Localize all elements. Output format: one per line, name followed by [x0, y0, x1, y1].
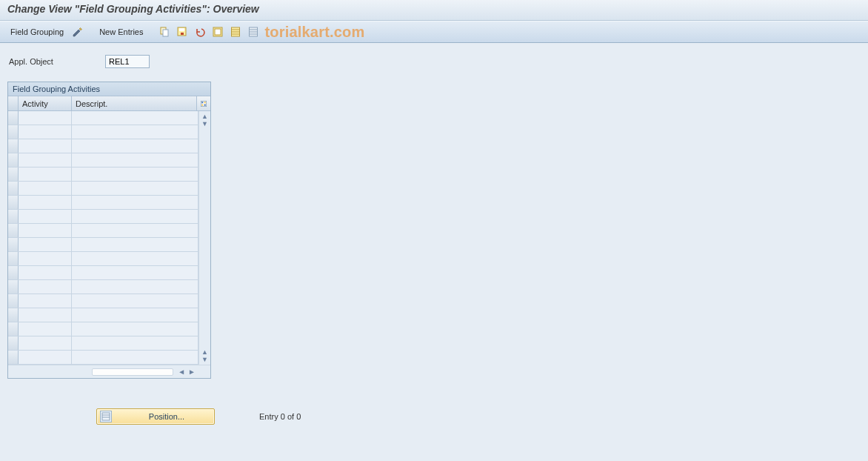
table-row[interactable] [8, 210, 198, 224]
row-selector[interactable] [8, 139, 19, 153]
table-row[interactable] [8, 168, 198, 182]
cell-activity[interactable] [19, 280, 72, 293]
edit-icon[interactable] [71, 25, 84, 39]
col-selector[interactable] [8, 96, 19, 110]
cell-descript[interactable] [72, 125, 198, 139]
cell-descript[interactable] [72, 168, 198, 181]
cell-descript[interactable] [72, 336, 198, 350]
cell-descript[interactable] [72, 196, 198, 209]
row-selector[interactable] [8, 351, 19, 364]
cell-activity[interactable] [19, 153, 72, 167]
table-row[interactable] [8, 322, 198, 336]
cell-activity[interactable] [19, 252, 72, 265]
col-activity[interactable]: Activity [19, 96, 72, 110]
row-selector[interactable] [8, 266, 19, 279]
cell-activity[interactable] [19, 294, 72, 308]
cell-descript[interactable] [72, 210, 198, 223]
undo-icon[interactable] [193, 25, 207, 39]
cell-descript[interactable] [72, 351, 198, 364]
row-selector[interactable] [8, 153, 19, 167]
row-selector[interactable] [8, 111, 19, 125]
table-row[interactable] [8, 196, 198, 210]
copy-icon[interactable] [158, 25, 171, 39]
table-row[interactable] [8, 182, 198, 196]
cell-descript[interactable] [72, 308, 198, 322]
cell-descript[interactable] [72, 224, 198, 237]
table-row[interactable] [8, 294, 198, 308]
cell-descript[interactable] [72, 182, 198, 195]
col-descript[interactable]: Descript. [72, 96, 197, 110]
cell-activity[interactable] [19, 168, 72, 181]
select-all-icon[interactable] [211, 25, 224, 39]
table-row[interactable] [8, 153, 198, 168]
cell-activity[interactable] [19, 210, 72, 223]
row-selector[interactable] [8, 196, 19, 209]
row-selector[interactable] [8, 224, 19, 237]
cell-activity[interactable] [19, 351, 72, 364]
svg-rect-1 [163, 30, 168, 36]
cell-activity[interactable] [19, 111, 72, 125]
table-row[interactable] [8, 266, 198, 280]
cell-descript[interactable] [72, 238, 198, 251]
cell-activity[interactable] [19, 336, 72, 350]
table-row[interactable] [8, 238, 198, 252]
vertical-scrollbar[interactable]: ▲ ▼ ▲ ▼ [198, 111, 210, 365]
appl-object-field[interactable] [105, 55, 150, 68]
row-selector[interactable] [8, 238, 19, 251]
sheet2-icon[interactable] [247, 25, 260, 39]
table-row[interactable] [8, 224, 198, 238]
cell-activity[interactable] [19, 125, 72, 139]
scroll-up-icon[interactable]: ▲ [201, 113, 210, 120]
table-header: Activity Descript. [8, 96, 210, 111]
save-variant-icon[interactable] [176, 25, 189, 39]
row-selector[interactable] [8, 308, 19, 322]
cell-activity[interactable] [19, 182, 72, 195]
cell-activity[interactable] [19, 308, 72, 322]
position-button[interactable]: Position... [96, 408, 215, 425]
table-row[interactable] [8, 308, 198, 322]
row-selector[interactable] [8, 168, 19, 181]
cell-activity[interactable] [19, 238, 72, 251]
table-row[interactable] [8, 139, 198, 153]
table-row[interactable] [8, 336, 198, 351]
hscroll-track[interactable] [92, 368, 173, 376]
cell-activity[interactable] [19, 196, 72, 209]
table-row[interactable] [8, 125, 198, 139]
table-row[interactable] [8, 351, 198, 365]
cell-descript[interactable] [72, 252, 198, 265]
field-grouping-button[interactable]: Field Grouping [7, 26, 67, 38]
cell-activity[interactable] [19, 224, 72, 237]
cell-descript[interactable] [72, 322, 198, 336]
cell-activity[interactable] [19, 139, 72, 153]
cell-activity[interactable] [19, 322, 72, 336]
table-settings-icon[interactable] [197, 96, 210, 110]
cell-descript[interactable] [72, 139, 198, 153]
position-icon [100, 411, 112, 422]
new-entries-button[interactable]: New Entries [96, 26, 146, 38]
scroll-down-small-icon[interactable]: ▼ [201, 120, 210, 127]
appl-object-label: Appl. Object [9, 57, 98, 66]
hscroll-left-icon[interactable]: ◄ [176, 368, 187, 376]
row-selector[interactable] [8, 252, 19, 265]
cell-descript[interactable] [72, 294, 198, 308]
cell-descript[interactable] [72, 153, 198, 167]
cell-descript[interactable] [72, 111, 198, 125]
row-selector[interactable] [8, 322, 19, 336]
table-row[interactable] [8, 252, 198, 266]
row-selector[interactable] [8, 294, 19, 308]
cell-descript[interactable] [72, 266, 198, 279]
cell-activity[interactable] [19, 266, 72, 279]
row-selector[interactable] [8, 280, 19, 293]
row-selector[interactable] [8, 182, 19, 195]
table-row[interactable] [8, 280, 198, 294]
row-selector[interactable] [8, 210, 19, 223]
sheet-icon[interactable] [229, 25, 242, 39]
row-selector[interactable] [8, 125, 19, 139]
hscroll-right-icon[interactable]: ► [187, 368, 197, 376]
scroll-down-icon[interactable]: ▼ [201, 356, 210, 363]
scroll-up-small-icon[interactable]: ▲ [201, 348, 210, 356]
cell-descript[interactable] [72, 280, 198, 293]
row-selector[interactable] [8, 336, 19, 350]
horizontal-scrollbar[interactable]: ◄ ► [8, 365, 210, 378]
table-row[interactable] [8, 111, 198, 125]
